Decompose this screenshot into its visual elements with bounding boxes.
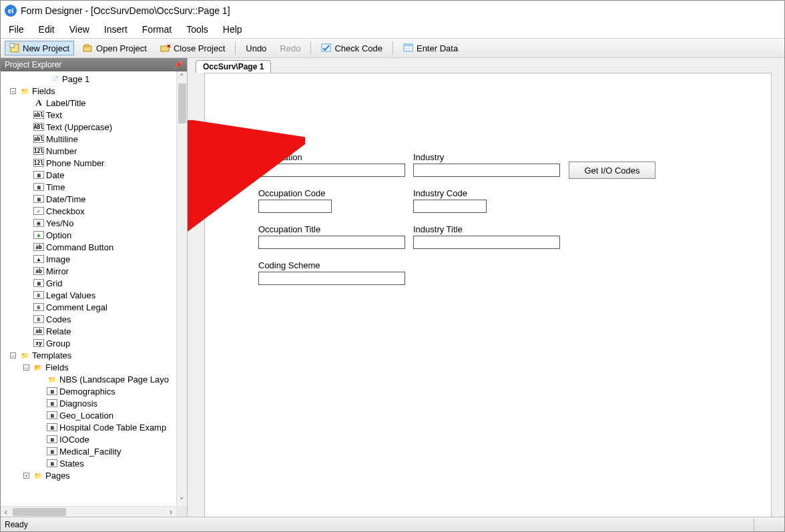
- menu-edit[interactable]: Edit: [39, 24, 55, 35]
- tree-node-legal[interactable]: ≡Legal Values: [1, 289, 176, 301]
- resize-grip[interactable]: [754, 519, 780, 531]
- template-icon: ▦: [47, 459, 57, 468]
- option-field-icon: ◉: [33, 230, 44, 240]
- industry-code-input[interactable]: [413, 200, 487, 213]
- template-icon: ▦: [47, 411, 57, 420]
- tree-node-time[interactable]: ▦Time: [1, 181, 176, 193]
- new-project-button[interactable]: New Project: [5, 41, 74, 55]
- tree-node-tpl-geo[interactable]: ▦Geo_Location: [1, 409, 176, 421]
- group-field-icon: xy: [33, 338, 44, 348]
- scroll-thumb[interactable]: [178, 83, 186, 123]
- field-industry-code[interactable]: Industry Code: [413, 188, 487, 213]
- tree-node-mirror[interactable]: abMirror: [1, 265, 176, 277]
- tree-node-templates-fields[interactable]: –📂Fields: [1, 361, 176, 373]
- redo-button[interactable]: Redo: [275, 41, 305, 55]
- new-project-icon: [9, 43, 20, 53]
- industry-title-input[interactable]: [413, 236, 560, 249]
- menu-help[interactable]: Help: [223, 24, 242, 35]
- codes-field-icon: ≡: [33, 314, 44, 324]
- tree-node-text-upper[interactable]: ABlText (Uppercase): [1, 121, 176, 133]
- field-occupation[interactable]: Occupation: [258, 152, 405, 177]
- project-explorer-header[interactable]: Project Explorer 📌: [1, 58, 187, 71]
- tree-node-label-title[interactable]: ALabel/Title: [1, 97, 176, 109]
- occupation-input[interactable]: [258, 164, 405, 177]
- project-explorer-panel: Project Explorer 📌 📄Page 1 –📁Fields ALab…: [1, 58, 188, 517]
- tree-node-tpl-hospital[interactable]: ▦Hospital Code Table Examp: [1, 421, 176, 433]
- yesno-field-icon: ▣: [33, 218, 44, 228]
- titlebar: ei Form Designer - [OccSurvDemo\OccSurv:…: [1, 1, 784, 21]
- tree-node-comment-legal[interactable]: ≡Comment Legal: [1, 301, 176, 313]
- tree-node-date[interactable]: ▦Date: [1, 169, 176, 181]
- form-canvas[interactable]: Occupation Industry Get I/O Codes Occupa…: [204, 73, 772, 517]
- explorer-horizontal-scrollbar[interactable]: ‹ ›: [1, 506, 176, 517]
- tree-node-image[interactable]: ▲Image: [1, 253, 176, 265]
- svg-rect-9: [404, 44, 413, 46]
- check-code-button[interactable]: Check Code: [316, 41, 387, 55]
- tree-node-tpl-demographics[interactable]: ▦Demographics: [1, 385, 176, 397]
- tree-node-group[interactable]: xyGroup: [1, 337, 176, 349]
- multiline-field-icon: abl: [33, 134, 44, 144]
- tree-node-tpl-nbs[interactable]: 📁NBS (Landscape Page Layo: [1, 373, 176, 385]
- tree-node-datetime[interactable]: ▦Date/Time: [1, 193, 176, 205]
- tree-node-pages[interactable]: +📁Pages: [1, 469, 176, 481]
- field-industry-title[interactable]: Industry Title: [413, 224, 560, 249]
- scroll-right-icon[interactable]: ›: [166, 507, 176, 517]
- industry-input[interactable]: [413, 164, 560, 177]
- tree-node-fields[interactable]: –📁Fields: [1, 85, 176, 97]
- scroll-down-icon[interactable]: ˅: [177, 495, 187, 506]
- tab-page1-label: OccSurv\Page 1: [203, 62, 264, 71]
- close-project-button[interactable]: Close Project: [156, 41, 230, 55]
- tree-node-tpl-states[interactable]: ▦States: [1, 457, 176, 469]
- tree-node-phone[interactable]: 12lPhone Number: [1, 157, 176, 169]
- template-icon: 📁: [47, 374, 57, 384]
- menubar: File Edit View Insert Format Tools Help: [1, 21, 784, 38]
- explorer-vertical-scrollbar[interactable]: ˄ ˅: [176, 71, 187, 506]
- tree-node-multiline[interactable]: ablMultiline: [1, 133, 176, 145]
- tabstrip: OccSurv\Page 1: [188, 58, 784, 73]
- tree-node-text[interactable]: ablText: [1, 109, 176, 121]
- undo-button[interactable]: Undo: [241, 41, 271, 55]
- expand-icon[interactable]: +: [23, 473, 29, 479]
- collapse-icon[interactable]: –: [10, 88, 16, 94]
- project-explorer-tree[interactable]: 📄Page 1 –📁Fields ALabel/Title ablText AB…: [1, 71, 176, 506]
- menu-file[interactable]: File: [9, 24, 24, 35]
- tree-node-tpl-medical[interactable]: ▦Medical_Facility: [1, 445, 176, 457]
- occupation-title-input[interactable]: [258, 236, 405, 249]
- scroll-up-icon[interactable]: ˄: [177, 71, 187, 82]
- coding-scheme-input[interactable]: [258, 272, 405, 285]
- tree-node-command[interactable]: abCommand Button: [1, 241, 176, 253]
- tree-node-page1[interactable]: 📄Page 1: [1, 73, 176, 85]
- tree-node-yesno[interactable]: ▣Yes/No: [1, 217, 176, 229]
- field-industry[interactable]: Industry: [413, 152, 560, 177]
- checkbox-field-icon: ✔: [33, 206, 44, 216]
- occupation-code-input[interactable]: [258, 200, 332, 213]
- open-project-button[interactable]: Open Project: [78, 41, 152, 55]
- scroll-left-icon[interactable]: ‹: [1, 507, 11, 517]
- field-occupation-code[interactable]: Occupation Code: [258, 188, 332, 213]
- tree-node-grid[interactable]: ▦Grid: [1, 277, 176, 289]
- text-field-icon: abl: [33, 110, 44, 119]
- grid-field-icon: ▦: [33, 278, 44, 288]
- occupation-title-label: Occupation Title: [258, 224, 405, 234]
- tree-node-relate[interactable]: abRelate: [1, 325, 176, 337]
- pin-icon[interactable]: 📌: [174, 61, 183, 69]
- menu-format[interactable]: Format: [142, 24, 172, 35]
- menu-view[interactable]: View: [69, 24, 89, 35]
- enter-data-button[interactable]: Enter Data: [399, 41, 463, 55]
- collapse-icon[interactable]: –: [10, 352, 16, 358]
- menu-insert[interactable]: Insert: [104, 24, 127, 35]
- tree-node-number[interactable]: 12lNumber: [1, 145, 176, 157]
- tree-node-codes[interactable]: ≡Codes: [1, 313, 176, 325]
- tree-node-tpl-diagnosis[interactable]: ▦Diagnosis: [1, 397, 176, 409]
- tab-page1[interactable]: OccSurv\Page 1: [196, 60, 271, 73]
- get-io-codes-button[interactable]: Get I/O Codes: [569, 162, 656, 179]
- tree-node-checkbox[interactable]: ✔Checkbox: [1, 205, 176, 217]
- scroll-thumb[interactable]: [13, 508, 66, 516]
- tree-node-templates[interactable]: –📁Templates: [1, 349, 176, 361]
- field-occupation-title[interactable]: Occupation Title: [258, 224, 405, 249]
- field-coding-scheme[interactable]: Coding Scheme: [258, 260, 405, 285]
- collapse-icon[interactable]: –: [23, 364, 29, 370]
- tree-node-tpl-iocode[interactable]: ▦IOCode: [1, 433, 176, 445]
- tree-node-option[interactable]: ◉Option: [1, 229, 176, 241]
- menu-tools[interactable]: Tools: [186, 24, 208, 35]
